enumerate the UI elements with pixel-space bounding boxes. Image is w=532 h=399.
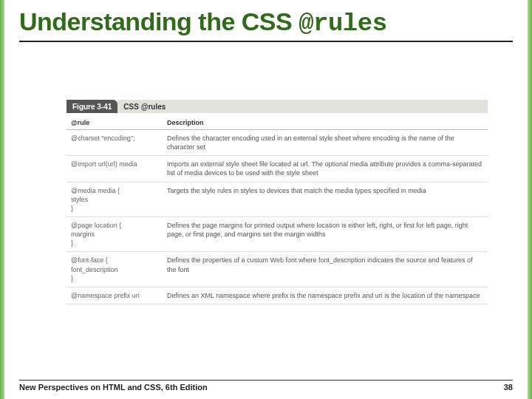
cell-desc: Defines the properties of a custom Web f… [163, 252, 488, 287]
table-row: @namespace prefix uri Defines an XML nam… [66, 287, 488, 304]
table-row: @media media { styles } Targets the styl… [66, 182, 488, 216]
table-row: @charset "encoding"; Defines the charact… [66, 130, 488, 156]
cell-desc: Defines the character encoding used in a… [163, 130, 488, 156]
table-header-row: @rule Description [66, 113, 488, 130]
figure-label: Figure 3-41 [66, 100, 117, 113]
cell-rule: @import url(url) media [66, 156, 163, 182]
title-code: @rules [299, 10, 386, 38]
cell-rule: @page location { margins } [66, 216, 163, 251]
col-header-rule: @rule [66, 113, 163, 130]
rules-table: @rule Description @charset "encoding"; D… [66, 113, 488, 304]
title-text: Understanding the CSS [19, 7, 299, 35]
table-row: @page location { margins } Defines the p… [66, 216, 488, 251]
cell-desc: Defines the page margins for printed out… [163, 216, 488, 251]
left-accent-bar [0, 0, 4, 399]
figure-header: Figure 3-41 CSS @rules [66, 100, 488, 113]
cell-desc: Defines an XML namespace where prefix is… [163, 287, 488, 304]
slide-title-block: Understanding the CSS @rules [19, 7, 513, 42]
page-title: Understanding the CSS @rules [19, 7, 513, 38]
cell-desc: Targets the style rules in styles to dev… [163, 182, 488, 216]
cell-rule: @media media { styles } [66, 182, 163, 216]
table-row: @import url(url) media Imports an extern… [66, 156, 488, 182]
page-number: 38 [504, 383, 513, 392]
cell-rule: @font-face { font_description } [66, 252, 163, 287]
table-row: @font-face { font_description } Defines … [66, 252, 488, 287]
cell-desc: Imports an external style sheet file loc… [163, 156, 488, 182]
figure-block: Figure 3-41 CSS @rules @rule Description… [66, 100, 488, 304]
cell-rule: @namespace prefix uri [66, 287, 163, 304]
figure-caption: CSS @rules [117, 100, 488, 113]
col-header-desc: Description [163, 113, 488, 130]
book-title: New Perspectives on HTML and CSS, 6th Ed… [19, 383, 208, 392]
right-accent-bar [528, 0, 532, 399]
slide-footer: New Perspectives on HTML and CSS, 6th Ed… [19, 380, 513, 392]
cell-rule: @charset "encoding"; [66, 130, 163, 156]
